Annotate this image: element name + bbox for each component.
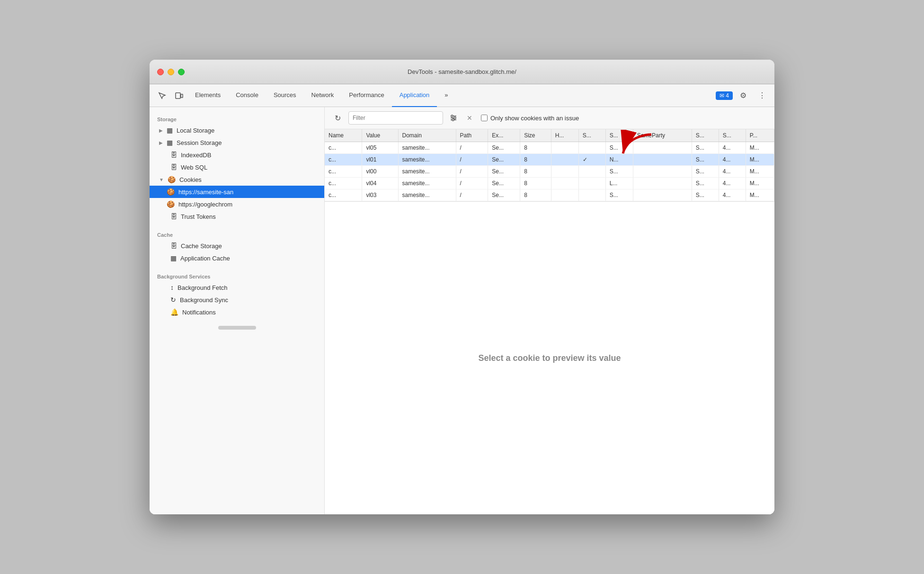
table-cell[interactable]: 8 (520, 189, 551, 201)
tab-console[interactable]: Console (228, 84, 266, 107)
sidebar-item-session-storage[interactable]: ▶ ▦ Session Storage (150, 136, 324, 149)
table-cell[interactable]: M... (746, 142, 774, 154)
col-s3[interactable]: S... (692, 129, 719, 142)
col-secure[interactable]: S... (578, 129, 605, 142)
table-cell[interactable]: / (456, 154, 488, 166)
table-cell[interactable]: vl01 (362, 154, 398, 166)
table-row[interactable]: c...vl01samesite.../Se...8✓N...S...4...M… (325, 154, 774, 166)
table-cell[interactable]: 4... (719, 154, 746, 166)
filter-input[interactable] (348, 111, 443, 125)
inspect-icon-button[interactable] (153, 87, 170, 104)
sidebar-item-websql[interactable]: 🗄 Web SQL (150, 161, 324, 173)
table-cell[interactable]: 8 (520, 142, 551, 154)
table-cell[interactable]: vl04 (362, 178, 398, 189)
col-httponly[interactable]: H... (551, 129, 578, 142)
table-cell[interactable] (551, 154, 578, 166)
table-cell[interactable] (578, 178, 605, 189)
table-cell[interactable]: / (456, 166, 488, 178)
table-cell[interactable] (551, 166, 578, 178)
col-expires[interactable]: Ex... (488, 129, 520, 142)
table-row[interactable]: c...vl05samesite.../Se...8S...S...4...M.… (325, 142, 774, 154)
table-row[interactable]: c...vl03samesite.../Se...8S...S...4...M.… (325, 189, 774, 201)
table-cell[interactable]: ✓ (578, 154, 605, 166)
chat-issues-badge[interactable]: ✉ 4 (716, 91, 733, 100)
table-cell[interactable]: 4... (719, 166, 746, 178)
col-s4[interactable]: S... (719, 129, 746, 142)
table-cell[interactable]: samesite... (398, 142, 456, 154)
table-cell[interactable]: 8 (520, 178, 551, 189)
table-cell[interactable] (551, 178, 578, 189)
sidebar-item-cookies[interactable]: ▼ 🍪 Cookies (150, 173, 324, 186)
col-name[interactable]: Name (325, 129, 362, 142)
sidebar-item-cache-storage[interactable]: 🗄 Cache Storage (150, 240, 324, 252)
sidebar-item-cookie-google[interactable]: 🍪 https://googlechrom (150, 198, 324, 210)
show-issues-label[interactable]: Only show cookies with an issue (481, 115, 579, 122)
maximize-button[interactable] (178, 69, 185, 75)
table-cell[interactable]: c... (325, 154, 362, 166)
col-value[interactable]: Value (362, 129, 398, 142)
table-cell[interactable]: samesite... (398, 166, 456, 178)
sidebar-item-notifications[interactable]: 🔔 Notifications (150, 306, 324, 318)
table-cell[interactable]: / (456, 142, 488, 154)
tab-application[interactable]: Application (392, 84, 437, 107)
show-issues-checkbox[interactable] (481, 115, 488, 121)
scrollbar-thumb[interactable] (218, 326, 256, 330)
table-cell[interactable]: vl03 (362, 189, 398, 201)
col-size[interactable]: Size (520, 129, 551, 142)
table-cell[interactable]: M... (746, 154, 774, 166)
table-cell[interactable] (633, 189, 692, 201)
refresh-button[interactable]: ↻ (330, 111, 345, 125)
table-cell[interactable]: 4... (719, 178, 746, 189)
table-cell[interactable]: c... (325, 166, 362, 178)
table-cell[interactable]: N... (605, 154, 633, 166)
table-cell[interactable]: c... (325, 189, 362, 201)
table-cell[interactable]: / (456, 178, 488, 189)
tab-performance[interactable]: Performance (341, 84, 391, 107)
sidebar-item-trust-tokens[interactable]: 🗄 Trust Tokens (150, 210, 324, 223)
table-cell[interactable]: Se... (488, 189, 520, 201)
tab-more[interactable]: » (437, 84, 455, 107)
table-cell[interactable] (578, 142, 605, 154)
table-cell[interactable]: samesite... (398, 189, 456, 201)
table-cell[interactable] (633, 154, 692, 166)
table-cell[interactable]: S... (692, 189, 719, 201)
settings-button[interactable]: ⚙ (735, 87, 752, 104)
table-cell[interactable] (551, 189, 578, 201)
table-cell[interactable]: L... (605, 178, 633, 189)
sidebar-item-local-storage[interactable]: ▶ ▦ Local Storage (150, 124, 324, 136)
tab-sources[interactable]: Sources (266, 84, 304, 107)
table-cell[interactable]: vl05 (362, 142, 398, 154)
table-cell[interactable]: M... (746, 189, 774, 201)
minimize-button[interactable] (168, 69, 174, 75)
more-options-button[interactable]: ⋮ (754, 87, 771, 104)
table-cell[interactable]: 4... (719, 189, 746, 201)
table-cell[interactable]: vl00 (362, 166, 398, 178)
table-cell[interactable]: M... (746, 166, 774, 178)
filter-options-button[interactable] (447, 111, 460, 125)
table-cell[interactable]: samesite... (398, 154, 456, 166)
tab-elements[interactable]: Elements (187, 84, 228, 107)
table-cell[interactable]: samesite... (398, 178, 456, 189)
table-cell[interactable]: Se... (488, 154, 520, 166)
table-row[interactable]: c...vl04samesite.../Se...8L...S...4...M.… (325, 178, 774, 189)
table-cell[interactable]: c... (325, 142, 362, 154)
table-cell[interactable]: c... (325, 178, 362, 189)
table-cell[interactable]: S... (692, 166, 719, 178)
col-priority[interactable]: P... (746, 129, 774, 142)
table-cell[interactable] (633, 178, 692, 189)
col-path[interactable]: Path (456, 129, 488, 142)
table-cell[interactable]: S... (692, 142, 719, 154)
table-cell[interactable]: S... (692, 154, 719, 166)
table-row[interactable]: c...vl00samesite.../Se...8S...S...4...M.… (325, 166, 774, 178)
sidebar-item-application-cache[interactable]: ▦ Application Cache (150, 252, 324, 264)
tab-network[interactable]: Network (304, 84, 342, 107)
sidebar-item-indexeddb[interactable]: 🗄 IndexedDB (150, 149, 324, 161)
table-cell[interactable]: 8 (520, 166, 551, 178)
sidebar-item-cookie-samesite[interactable]: 🍪 https://samesite-san (150, 186, 324, 198)
table-cell[interactable]: Se... (488, 166, 520, 178)
col-samesite[interactable]: S... (605, 129, 633, 142)
clear-filter-button[interactable]: ✕ (464, 112, 475, 124)
sidebar-item-bg-sync[interactable]: ↻ Background Sync (150, 294, 324, 306)
table-cell[interactable]: S... (605, 166, 633, 178)
sidebar-item-bg-fetch[interactable]: ↕ Background Fetch (150, 281, 324, 294)
